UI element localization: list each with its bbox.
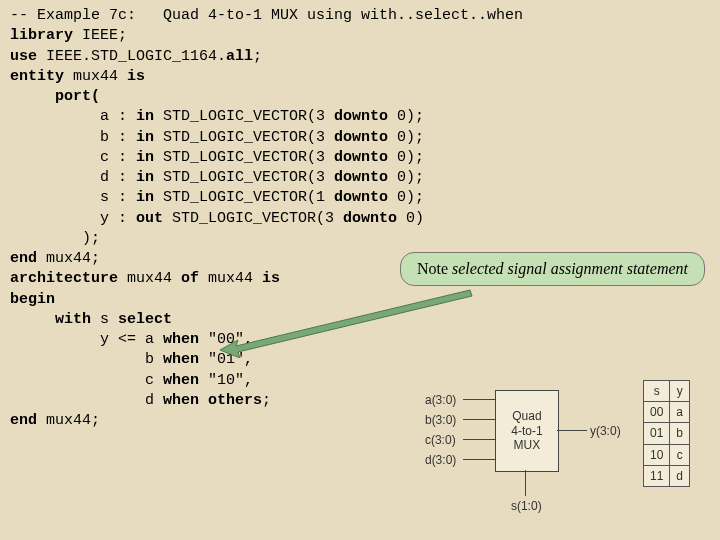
vhdl-code-block: -- Example 7c: Quad 4-to-1 MUX using wit…: [0, 0, 720, 437]
port-d-label: d(3:0): [425, 452, 456, 468]
port-c-label: c(3:0): [425, 432, 456, 448]
mux-schematic: a(3:0) b(3:0) c(3:0) d(3:0) Quad 4-to-1 …: [425, 380, 625, 520]
truth-table: sy 00a 01b 10c 11d: [643, 380, 690, 487]
mux-diagram: a(3:0) b(3:0) c(3:0) d(3:0) Quad 4-to-1 …: [425, 380, 690, 520]
note-callout: Note selected signal assignment statemen…: [400, 252, 705, 286]
table-row: 01b: [643, 423, 689, 444]
table-row: 00a: [643, 402, 689, 423]
svg-marker-0: [220, 290, 472, 358]
callout-lead: Note: [417, 260, 452, 277]
port-a-label: a(3:0): [425, 392, 456, 408]
port-b-label: b(3:0): [425, 412, 456, 428]
table-row: 10c: [643, 444, 689, 465]
port-s-label: s(1:0): [511, 498, 542, 514]
comment: -- Example 7c: Quad 4-to-1 MUX using wit…: [10, 7, 523, 24]
table-row: 11d: [643, 465, 689, 486]
callout-arrow: [220, 278, 480, 358]
port-y-label: y(3:0): [590, 423, 621, 439]
callout-italic: selected signal assignment statement: [452, 260, 688, 277]
mux-box: Quad 4-to-1 MUX: [495, 390, 559, 472]
